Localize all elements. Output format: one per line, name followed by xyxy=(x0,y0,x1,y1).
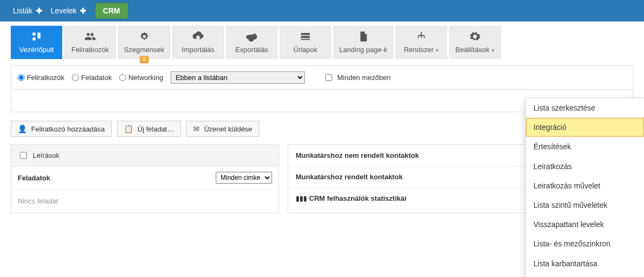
dropdown-item-notifications[interactable]: Értesítések xyxy=(526,137,644,156)
descriptions-label: Leírások xyxy=(33,151,60,159)
tab-settings-label: Beállítások xyxy=(456,46,490,54)
page-icon xyxy=(339,31,387,42)
chevron-down-icon: ▾ xyxy=(436,47,438,53)
descriptions-header[interactable]: Leírások xyxy=(11,145,279,166)
radio-subscribers[interactable]: Feliratkozók xyxy=(18,74,64,82)
tasks-section: Feladatok Minden cimke xyxy=(11,166,279,189)
dropdown-item-list-ops[interactable]: Lista szintű műveletek xyxy=(526,195,644,215)
tasks-title: Feladatok xyxy=(18,174,50,182)
dropdown-item-integration[interactable]: Integráció xyxy=(526,118,644,137)
dropdown-item-maintenance[interactable]: Lista karbantartása xyxy=(526,254,644,273)
plus-icon[interactable]: ✚ xyxy=(36,6,42,15)
tab-landing-label: Landing page-k xyxy=(339,46,387,54)
nav-lists[interactable]: Listák ✚ xyxy=(11,3,45,18)
people-icon xyxy=(70,31,110,42)
target-icon xyxy=(124,31,164,42)
chevron-down-icon: ▾ xyxy=(492,47,494,53)
nav-lists-label: Listák xyxy=(13,6,33,15)
filter-bar: Feliratkozók Feladatok Networking Ebben … xyxy=(11,65,633,90)
descriptions-checkbox[interactable] xyxy=(20,152,27,159)
nav-letters-label: Levelek xyxy=(51,6,77,15)
tab-dashboard[interactable]: Vezérlőpult xyxy=(11,26,62,59)
nav-letters[interactable]: Levelek ✚ xyxy=(49,3,89,18)
envelope-icon: ✉ xyxy=(193,125,200,133)
left-panel: Leírások Feladatok Minden cimke Nincs fe… xyxy=(11,144,279,213)
scope-select[interactable]: Ebben a listában xyxy=(171,71,305,84)
radio-subscribers-label: Feliratkozók xyxy=(27,74,64,82)
settings-dropdown: Lista szerkesztése Integráció Értesítése… xyxy=(525,98,644,277)
all-fields-check[interactable]: Minden mezőben xyxy=(323,72,391,83)
tab-import-label: Importálás xyxy=(182,46,215,54)
right-row-stats-label: CRM felhasználók statisztikái xyxy=(309,194,406,202)
svg-point-0 xyxy=(143,35,146,38)
form-icon xyxy=(286,31,325,42)
tab-settings[interactable]: Beállítások▾ xyxy=(449,26,501,59)
gear-icon xyxy=(455,31,495,42)
dropdown-item-unsubscribe-op[interactable]: Leiratkozás művelet xyxy=(526,176,644,195)
no-task-message: Nincs feladat xyxy=(11,189,279,213)
dropdown-item-sync[interactable]: Lista- és mezőszinkron xyxy=(526,234,644,253)
nav-crm[interactable]: CRM xyxy=(95,3,128,19)
cloud-up-icon xyxy=(178,31,218,42)
plus-icon[interactable]: ✚ xyxy=(80,6,86,15)
top-header: Listák ✚ Levelek ✚ CRM xyxy=(0,0,644,21)
radio-tasks-input[interactable] xyxy=(72,74,79,81)
content-area: Feliratkozók Feladatok Networking Ebben … xyxy=(0,59,644,220)
tab-segments-label: Szegmensek xyxy=(124,46,164,54)
tab-forms-label: Űrlapok xyxy=(294,46,318,54)
send-message-button[interactable]: ✉ Üzenet küldése xyxy=(186,121,259,137)
new-task-button[interactable]: 📋 Új feladat… xyxy=(117,121,181,137)
dashboard-icon xyxy=(17,31,56,42)
tab-import[interactable]: Importálás xyxy=(172,26,224,59)
dropdown-item-unsubscribe[interactable]: Leiratkozás xyxy=(526,157,644,176)
tab-subscribers-label: Feliratkozók xyxy=(71,46,109,54)
tab-dashboard-label: Vezérlőpult xyxy=(19,46,54,54)
dropdown-item-edit-list[interactable]: Lista szerkesztése xyxy=(526,98,644,118)
add-subscriber-button[interactable]: 👤 Feliratkozó hozzáadása xyxy=(11,121,112,137)
radio-tasks[interactable]: Feladatok xyxy=(72,74,112,82)
new-task-label: Új feladat… xyxy=(137,125,174,133)
tab-subscribers[interactable]: Feliratkozók xyxy=(64,26,116,59)
main-tabs: Vezérlőpult Feliratkozók Szegmensek 0 Im… xyxy=(0,21,644,59)
tag-select[interactable]: Minden cimke xyxy=(216,172,272,184)
person-plus-icon: 👤 xyxy=(18,125,27,133)
cloud-down-icon xyxy=(232,31,272,42)
all-fields-label: Minden mezőben xyxy=(337,74,391,82)
tab-system-label: Rendszer xyxy=(404,46,434,54)
tab-segments[interactable]: Szegmensek 0 xyxy=(118,26,170,59)
tab-system[interactable]: Rendszer▾ xyxy=(396,26,447,59)
tree-icon xyxy=(401,31,441,42)
bar-chart-icon: ▮▮▮ xyxy=(296,194,307,202)
radio-networking[interactable]: Networking xyxy=(119,74,163,82)
radio-tasks-label: Feladatok xyxy=(81,74,112,82)
tab-forms[interactable]: Űrlapok xyxy=(280,26,331,59)
all-fields-checkbox[interactable] xyxy=(325,74,332,81)
clipboard-icon: 📋 xyxy=(124,125,133,133)
dropdown-item-bounced[interactable]: Visszapattant levelek xyxy=(526,215,644,234)
radio-networking-input[interactable] xyxy=(119,74,126,81)
radio-subscribers-input[interactable] xyxy=(18,74,25,81)
dropdown-item-multi-events[interactable]: Események megjelenítése több listából xyxy=(526,273,644,277)
nav-crm-label: CRM xyxy=(103,6,120,15)
tab-export-label: Exportálás xyxy=(235,46,268,54)
radio-networking-label: Networking xyxy=(128,74,163,82)
tab-export[interactable]: Exportálás xyxy=(226,26,277,59)
add-subscriber-label: Feliratkozó hozzáadása xyxy=(31,125,105,133)
tab-landing[interactable]: Landing page-k xyxy=(333,26,393,59)
send-message-label: Üzenet küldése xyxy=(204,125,252,133)
